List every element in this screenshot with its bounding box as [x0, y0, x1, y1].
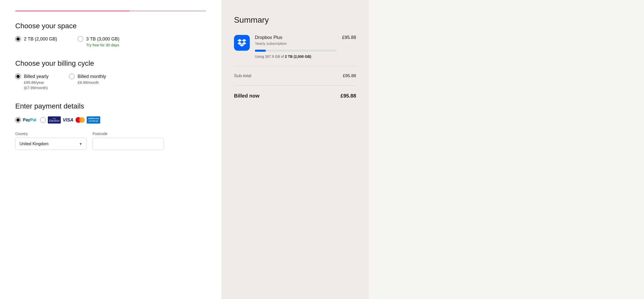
- billing-radio-yearly[interactable]: [15, 74, 21, 79]
- usage-text: Using 267.9 GB of 2 TB (2,000 GB): [255, 55, 311, 59]
- billing-yearly-text: Billed yearly: [24, 74, 49, 79]
- amex-badge: AMERICAN EXPRESS: [87, 116, 100, 124]
- billed-now-value: £95.88: [341, 93, 356, 99]
- postcode-label: Postcode: [93, 132, 164, 136]
- postcode-field-group: Postcode: [93, 132, 164, 150]
- country-label: Country: [15, 132, 86, 136]
- paypal-radio[interactable]: [15, 117, 21, 123]
- divider-1: [234, 66, 356, 66]
- country-field-group: Country United Kingdom United States Ger…: [15, 132, 86, 150]
- billing-option-monthly: Billed monthly £9.99/month: [69, 74, 106, 85]
- space-2tb-text: 2 TB (2,000 GB): [24, 36, 57, 42]
- billed-now-line: Billed now £95.88: [234, 93, 356, 99]
- country-select-wrapper: United Kingdom United States Germany Fra…: [15, 138, 86, 150]
- product-info: Dropbox Plus Yearly subscription Using 2…: [255, 35, 337, 59]
- billing-monthly-label[interactable]: Billed monthly: [69, 74, 106, 79]
- subtotal-line: Sub-total £95.88: [234, 73, 356, 78]
- billing-section: Choose your billing cycle Billed yearly …: [15, 59, 206, 90]
- billing-option-yearly: Billed yearly £95.88/year (£7.99/month): [15, 74, 49, 90]
- payment-section: Enter payment details PayPal VISA Electr…: [15, 102, 206, 150]
- space-radio-group: 2 TB (2,000 GB) 3 TB (3,000 GB) Try free…: [15, 36, 206, 47]
- billing-section-title: Choose your billing cycle: [15, 59, 206, 67]
- paypal-label: PayPal: [23, 118, 36, 122]
- billing-monthly-text: Billed monthly: [78, 74, 106, 79]
- visa-badge: VISA: [63, 117, 74, 123]
- postcode-input[interactable]: [93, 138, 164, 150]
- product-price: £95.88: [342, 35, 356, 40]
- summary-title: Summary: [234, 15, 356, 25]
- payment-section-title: Enter payment details: [15, 102, 206, 110]
- billed-now-label: Billed now: [234, 93, 259, 99]
- payment-form-row: Country United Kingdom United States Ger…: [15, 132, 206, 150]
- usage-bar-bg: [255, 50, 337, 52]
- billing-yearly-price: £95.88/year: [24, 80, 49, 85]
- paypal-option: PayPal: [15, 117, 36, 123]
- divider-2: [234, 86, 356, 86]
- payment-method-options: PayPal VISA Electron VISA AMERICAN EXPRE…: [15, 116, 206, 124]
- billing-radio-monthly[interactable]: [69, 74, 75, 79]
- card-radio[interactable]: [40, 117, 46, 123]
- dropbox-icon: [234, 35, 250, 51]
- mastercard-badge: [76, 117, 85, 123]
- subtotal-value: £95.88: [343, 73, 356, 78]
- progress-bar: [15, 10, 206, 12]
- billing-radio-group: Billed yearly £95.88/year (£7.99/month) …: [15, 74, 206, 90]
- usage-bar-fill: [255, 50, 266, 52]
- space-option-2tb-label[interactable]: 2 TB (2,000 GB): [15, 36, 57, 42]
- space-radio-2tb[interactable]: [15, 36, 21, 42]
- space-option-3tb-label[interactable]: 3 TB (3,000 GB): [78, 36, 120, 42]
- space-3tb-promo: Try free for 30 days: [86, 43, 120, 47]
- summary-panel: Summary Dropbox Plus Yearly subscription…: [221, 0, 369, 299]
- product-row: Dropbox Plus Yearly subscription Using 2…: [234, 35, 356, 59]
- billing-yearly-equiv: (£7.99/month): [24, 86, 49, 90]
- space-section-title: Choose your space: [15, 22, 206, 30]
- visa-electron-badge: VISA Electron: [48, 116, 61, 124]
- country-select[interactable]: United Kingdom United States Germany Fra…: [15, 138, 86, 150]
- product-subscription: Yearly subscription: [255, 41, 337, 46]
- dropbox-logo-svg: [237, 39, 246, 47]
- subtotal-label: Sub-total: [234, 73, 251, 78]
- space-option-3tb: 3 TB (3,000 GB) Try free for 30 days: [78, 36, 120, 47]
- card-option: VISA Electron VISA AMERICAN EXPRESS: [40, 116, 100, 124]
- space-section: Choose your space 2 TB (2,000 GB) 3 TB (…: [15, 22, 206, 47]
- billing-yearly-label[interactable]: Billed yearly: [15, 74, 49, 79]
- space-radio-3tb[interactable]: [78, 36, 83, 42]
- billing-monthly-price: £9.99/month: [78, 80, 106, 85]
- space-option-2tb: 2 TB (2,000 GB): [15, 36, 57, 42]
- space-3tb-text: 3 TB (3,000 GB): [86, 36, 120, 42]
- usage-bar-container: Using 267.9 GB of 2 TB (2,000 GB): [255, 50, 337, 59]
- product-name: Dropbox Plus: [255, 35, 337, 40]
